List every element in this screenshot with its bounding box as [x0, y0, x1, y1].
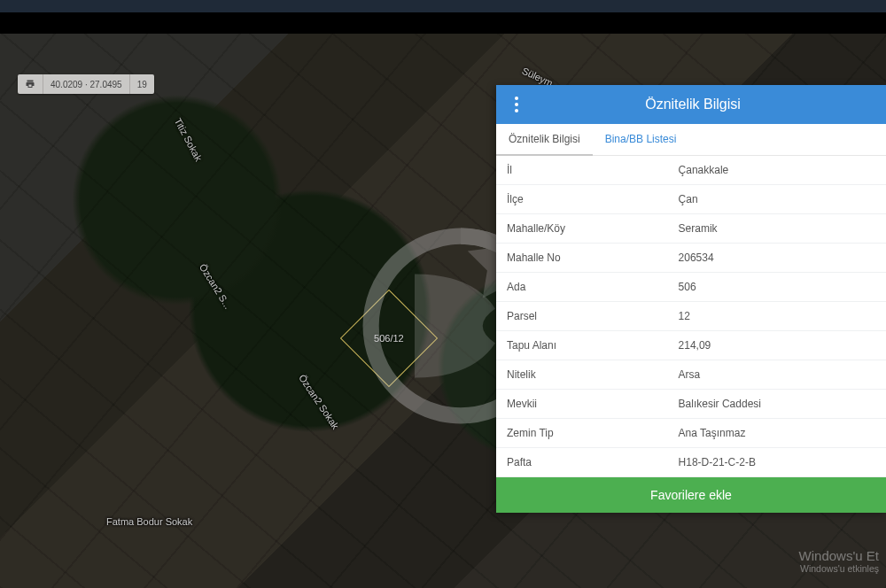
- attr-key: Mevkii: [496, 390, 668, 419]
- attr-key: Ada: [496, 273, 668, 302]
- black-bar: [0, 12, 886, 34]
- attr-value: 206534: [668, 244, 886, 273]
- street-label-fatma: Fatma Bodur Sokak: [106, 516, 192, 527]
- coords-toolbar: 40.0209 · 27.0495 19: [18, 74, 154, 94]
- attr-key: İl: [496, 156, 668, 185]
- table-row: Mahalle No206534: [496, 244, 886, 273]
- attr-value: Ana Taşınmaz: [668, 419, 886, 448]
- kebab-menu-icon[interactable]: [509, 97, 525, 112]
- attr-value: Seramik: [668, 214, 886, 244]
- panel-title: Öznitelik Bilgisi: [537, 97, 874, 112]
- printer-icon: [25, 79, 35, 89]
- table-row: Tapu Alanı214,09: [496, 331, 886, 360]
- attr-value: 506: [668, 273, 886, 302]
- table-row: İlçeÇan: [496, 185, 886, 214]
- top-bar: [0, 0, 886, 12]
- attr-key: Mahalle No: [496, 244, 668, 273]
- attr-key: İlçe: [496, 185, 668, 214]
- attr-value: 214,09: [668, 331, 886, 360]
- tab-attributes[interactable]: Öznitelik Bilgisi: [496, 124, 593, 156]
- table-row: İlÇanakkale: [496, 156, 886, 185]
- panel-header: Öznitelik Bilgisi: [496, 85, 886, 124]
- attr-value: H18-D-21-C-2-B: [668, 448, 886, 477]
- attr-value: Arsa: [668, 360, 886, 390]
- table-row: MevkiiBalıkesir Caddesi: [496, 390, 886, 419]
- win-line2: Windows'u etkinleş: [799, 563, 879, 574]
- panel-tabs: Öznitelik Bilgisi Bina/BB Listesi: [496, 124, 886, 156]
- attr-key: Pafta: [496, 448, 668, 477]
- table-row: Ada506: [496, 273, 886, 302]
- attr-value: 12: [668, 302, 886, 331]
- attr-value: Çanakkale: [668, 156, 886, 185]
- attr-value: Balıkesir Caddesi: [668, 390, 886, 419]
- tab-bina-bb[interactable]: Bina/BB Listesi: [593, 124, 689, 155]
- win-line1: Windows'u Et: [799, 548, 879, 563]
- add-favorite-button[interactable]: Favorilere ekle: [496, 477, 886, 513]
- street-label-titiz: Titiz Sokak: [173, 116, 205, 163]
- zoom-readout: 19: [130, 74, 154, 94]
- attribute-table: İlÇanakkaleİlçeÇanMahalle/KöySeramikMaha…: [496, 156, 886, 477]
- table-row: Parsel12: [496, 302, 886, 331]
- street-label-ozcan2: Özcan2 Sokak: [297, 373, 341, 431]
- table-row: NitelikArsa: [496, 360, 886, 390]
- attr-key: Mahalle/Köy: [496, 214, 668, 244]
- attribute-panel: Öznitelik Bilgisi Öznitelik Bilgisi Bina…: [496, 85, 886, 513]
- table-row: Mahalle/KöySeramik: [496, 214, 886, 244]
- attr-value: Çan: [668, 185, 886, 214]
- attr-key: Tapu Alanı: [496, 331, 668, 360]
- selected-parcel[interactable]: 506/12: [340, 290, 438, 387]
- table-row: Zemin TipAna Taşınmaz: [496, 419, 886, 448]
- attr-key: Nitelik: [496, 360, 668, 390]
- street-label-ozcan2s: Özcan2 S...: [198, 262, 234, 311]
- attr-key: Parsel: [496, 302, 668, 331]
- table-row: PaftaH18-D-21-C-2-B: [496, 448, 886, 477]
- print-button[interactable]: [18, 74, 43, 94]
- attr-key: Zemin Tip: [496, 419, 668, 448]
- coords-readout: 40.0209 · 27.0495: [43, 74, 130, 94]
- parcel-label: 506/12: [374, 333, 404, 344]
- windows-activation-watermark: Windows'u Et Windows'u etkinleş: [799, 548, 879, 574]
